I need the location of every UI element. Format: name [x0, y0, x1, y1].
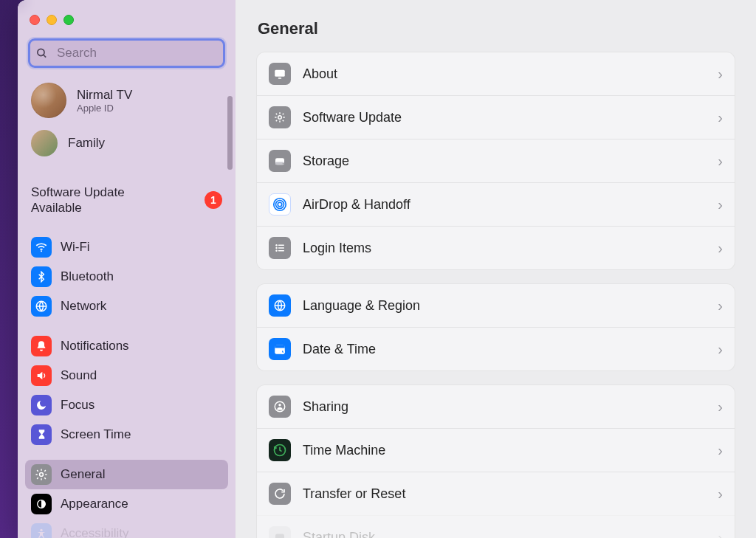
gear-icon: [31, 464, 52, 485]
sidebar-nav: Wi-Fi Bluetooth Network Notification: [25, 232, 228, 539]
family-avatar: [31, 130, 58, 156]
calendar-clock-icon: [269, 338, 291, 360]
row-label: Sharing: [303, 399, 706, 415]
moon-icon: [31, 395, 52, 415]
sidebar-item-bluetooth[interactable]: Bluetooth: [25, 262, 228, 292]
sidebar-item-wifi[interactable]: Wi-Fi: [25, 232, 228, 262]
software-update-line1: Software Update: [31, 185, 125, 199]
sidebar-item-label: Network: [61, 299, 106, 314]
sidebar-item-focus[interactable]: Focus: [25, 390, 228, 420]
svg-line-1: [44, 55, 46, 57]
chevron-right-icon: ›: [718, 297, 723, 314]
update-badge: 1: [205, 191, 222, 209]
svg-rect-7: [275, 70, 285, 77]
svg-rect-8: [278, 77, 282, 79]
svg-point-12: [283, 163, 284, 165]
row-time-machine[interactable]: Time Machine ›: [257, 428, 735, 472]
svg-point-2: [41, 250, 42, 252]
row-startup-disk[interactable]: Startup Disk ›: [257, 515, 735, 538]
chevron-right-icon: ›: [718, 66, 723, 83]
sidebar: Nirmal TV Apple ID Family Software Updat…: [18, 0, 236, 538]
svg-point-16: [275, 244, 277, 246]
avatar: [31, 83, 66, 118]
bluetooth-icon: [31, 266, 52, 287]
sidebar-item-screentime[interactable]: Screen Time: [25, 420, 228, 449]
row-date-time[interactable]: Date & Time ›: [257, 327, 735, 370]
settings-group-3: Sharing › Time Machine › Transfer or Res…: [256, 384, 735, 538]
search-icon: [35, 47, 48, 60]
row-about[interactable]: About ›: [257, 52, 735, 95]
main-content: General About › Software Update ›: [236, 0, 756, 538]
family-row[interactable]: Family: [25, 125, 228, 161]
row-label: Transfer or Reset: [303, 486, 706, 502]
display-icon: [269, 63, 291, 85]
search-input[interactable]: [28, 38, 225, 68]
globe-icon: [269, 294, 291, 317]
account-sub: Apple ID: [77, 103, 132, 114]
row-label: AirDrop & Handoff: [303, 197, 706, 213]
sidebar-item-label: Wi-Fi: [61, 240, 90, 255]
time-machine-icon: [269, 439, 291, 461]
sidebar-item-accessibility[interactable]: Accessibility: [25, 519, 228, 539]
airdrop-icon: [269, 193, 291, 215]
row-language-region[interactable]: Language & Region ›: [257, 284, 735, 327]
minimize-window-button[interactable]: [47, 15, 57, 25]
row-label: Login Items: [303, 241, 706, 256]
svg-point-27: [278, 404, 281, 406]
svg-rect-24: [275, 345, 285, 348]
zoom-window-button[interactable]: [63, 15, 74, 25]
svg-point-14: [276, 201, 284, 209]
accessibility-icon: [31, 523, 52, 539]
globe-icon: [31, 296, 52, 317]
system-settings-window: Nirmal TV Apple ID Family Software Updat…: [18, 0, 756, 538]
sidebar-scrollbar[interactable]: [227, 96, 233, 170]
drive-icon: [269, 150, 291, 172]
sidebar-item-label: Appearance: [61, 497, 128, 511]
row-software-update[interactable]: Software Update ›: [257, 95, 735, 139]
sidebar-item-label: Sound: [61, 368, 97, 383]
row-transfer-reset[interactable]: Transfer or Reset ›: [257, 472, 735, 515]
sidebar-item-general[interactable]: General: [25, 460, 228, 489]
svg-point-4: [40, 472, 44, 476]
page-title: General: [258, 19, 735, 38]
sidebar-item-notifications[interactable]: Notifications: [25, 331, 228, 361]
bell-icon: [31, 336, 52, 356]
row-label: Startup Disk: [303, 530, 706, 539]
chevron-right-icon: ›: [718, 153, 723, 170]
software-update-banner[interactable]: Software Update Available 1: [25, 171, 228, 219]
sidebar-item-appearance[interactable]: Appearance: [25, 489, 228, 519]
settings-group-1: About › Software Update › Storage ›: [256, 52, 735, 270]
row-login-items[interactable]: Login Items ›: [257, 226, 735, 269]
sharing-icon: [269, 396, 291, 418]
gear-badge-icon: [269, 106, 291, 128]
svg-point-18: [275, 247, 277, 249]
row-sharing[interactable]: Sharing ›: [257, 385, 735, 428]
appearance-icon: [31, 494, 52, 514]
row-label: Software Update: [303, 110, 706, 125]
search-field-wrap: [28, 38, 225, 68]
row-airdrop[interactable]: AirDrop & Handoff ›: [257, 182, 735, 226]
close-window-button[interactable]: [30, 15, 40, 25]
row-label: Language & Region: [303, 298, 706, 314]
settings-group-2: Language & Region › Date & Time ›: [256, 283, 735, 371]
software-update-line2: Available: [31, 201, 82, 215]
sidebar-item-label: Notifications: [61, 339, 129, 354]
window-controls: [25, 9, 228, 38]
apple-id-row[interactable]: Nirmal TV Apple ID: [25, 78, 228, 123]
sidebar-item-label: Accessibility: [61, 526, 129, 539]
svg-rect-21: [278, 250, 284, 252]
sidebar-item-sound[interactable]: Sound: [25, 361, 228, 390]
hourglass-icon: [31, 424, 52, 445]
reset-icon: [269, 483, 291, 505]
svg-point-0: [38, 49, 44, 55]
svg-point-15: [278, 202, 282, 207]
sidebar-item-label: General: [61, 467, 105, 482]
chevron-right-icon: ›: [718, 529, 723, 539]
chevron-right-icon: ›: [718, 109, 723, 126]
chevron-right-icon: ›: [718, 196, 723, 213]
chevron-right-icon: ›: [718, 442, 723, 459]
sidebar-item-network[interactable]: Network: [25, 292, 228, 321]
row-storage[interactable]: Storage ›: [257, 139, 735, 182]
sidebar-item-label: Screen Time: [61, 427, 131, 442]
row-label: Time Machine: [303, 443, 706, 458]
